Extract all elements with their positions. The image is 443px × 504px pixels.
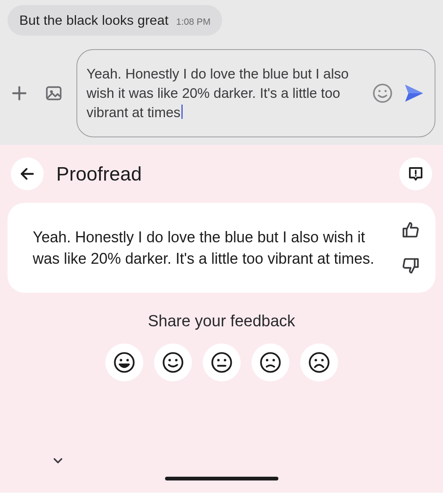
svg-point-13: [163, 353, 182, 372]
image-icon: [45, 84, 63, 102]
compose-input[interactable]: Yeah. Honestly I do love the blue but I …: [76, 49, 435, 137]
svg-point-5: [378, 90, 380, 92]
send-button[interactable]: [402, 81, 425, 105]
svg-point-23: [309, 353, 328, 372]
svg-point-18: [223, 359, 226, 361]
thumbs-down-button[interactable]: [400, 255, 421, 276]
svg-point-15: [175, 359, 177, 361]
thumbs-down-icon: [401, 256, 420, 275]
plus-icon: [10, 84, 29, 102]
svg-point-16: [212, 353, 231, 372]
compose-draft-text: Yeah. Honestly I do love the blue but I …: [87, 64, 363, 123]
svg-point-20: [261, 353, 280, 372]
feedback-faces-row: [8, 344, 435, 381]
emoji-picker-button[interactable]: [371, 81, 394, 105]
svg-point-6: [385, 90, 387, 92]
svg-point-17: [217, 359, 220, 361]
compose-row: Yeah. Honestly I do love the blue but I …: [8, 49, 435, 137]
received-message-text: But the black looks great: [19, 13, 168, 28]
report-icon: [407, 165, 425, 183]
back-button[interactable]: [11, 158, 44, 190]
svg-point-14: [168, 359, 171, 361]
proofread-suggestion-card[interactable]: Yeah. Honestly I do love the blue but I …: [8, 203, 435, 293]
svg-point-12: [126, 359, 128, 361]
svg-point-4: [374, 84, 391, 102]
thumbs-up-button[interactable]: [400, 220, 421, 241]
chevron-down-icon: [51, 454, 65, 468]
face-neutral-icon: [210, 351, 233, 374]
svg-point-25: [321, 359, 323, 361]
thumbs-up-icon: [401, 220, 420, 240]
face-sad-icon: [308, 351, 330, 374]
feedback-face-slightly-sad[interactable]: [252, 344, 289, 381]
smiley-icon: [372, 83, 393, 104]
face-very-happy-icon: [113, 351, 136, 374]
face-slightly-sad-icon: [259, 351, 282, 374]
add-attachment-button[interactable]: [8, 81, 31, 105]
system-nav-area: [0, 468, 443, 488]
feedback-prompt: Share your feedback: [8, 312, 435, 330]
chat-area: But the black looks great 1:08 PM Yeah. …: [0, 0, 443, 145]
proofread-title: Proofread: [56, 163, 387, 185]
feedback-section: Share your feedback: [8, 312, 435, 381]
gesture-bar[interactable]: [165, 477, 278, 480]
svg-point-10: [115, 353, 134, 372]
report-button[interactable]: [399, 158, 432, 190]
svg-point-22: [272, 359, 275, 361]
vote-column: [400, 220, 421, 276]
proofread-suggestion-text: Yeah. Honestly I do love the blue but I …: [33, 226, 388, 269]
svg-point-24: [315, 359, 317, 361]
feedback-face-happy[interactable]: [154, 344, 192, 381]
send-icon: [402, 82, 425, 105]
received-message-time: 1:08 PM: [176, 16, 210, 27]
text-caret: [181, 105, 183, 119]
svg-point-21: [266, 359, 268, 361]
arrow-left-icon: [19, 165, 36, 182]
face-happy-icon: [162, 351, 184, 374]
add-image-button[interactable]: [42, 81, 66, 105]
feedback-face-sad[interactable]: [300, 344, 338, 381]
proofread-panel: Proofread Yeah. Honestly I do love the b…: [0, 145, 443, 493]
proofread-header: Proofread: [8, 154, 435, 203]
feedback-face-very-happy[interactable]: [105, 344, 143, 381]
svg-point-9: [415, 175, 417, 177]
svg-point-11: [120, 359, 122, 361]
received-message-bubble[interactable]: But the black looks great 1:08 PM: [8, 5, 222, 36]
feedback-face-neutral[interactable]: [203, 344, 241, 381]
